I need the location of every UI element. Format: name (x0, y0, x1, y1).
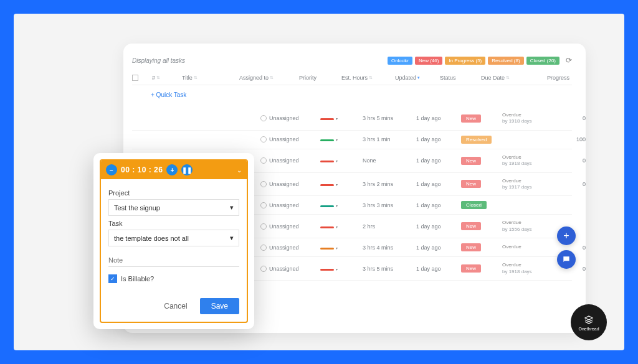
status-cell: New (461, 157, 498, 165)
timer-header: − 00 : 10 : 26 + ❚❚ ⌄ (101, 161, 247, 179)
assigned-cell: Unassigned (260, 266, 317, 272)
table-row[interactable]: Unassigned ▾ 3 hrs 1 min 1 day ago Resol… (132, 131, 572, 149)
user-icon (260, 266, 267, 272)
user-icon (260, 115, 267, 121)
assigned-cell: Unassigned (260, 157, 317, 164)
table-header: #⇅ Title⇅ Assigned to⇅ Priority Est. Hou… (132, 71, 572, 85)
assigned-cell: Unassigned (260, 223, 317, 230)
user-icon (260, 223, 267, 230)
assigned-cell: Unassigned (260, 181, 317, 187)
progress-cell: 0% (555, 245, 586, 251)
select-all-checkbox[interactable] (132, 75, 138, 81)
col-updated[interactable]: Updated▾ (395, 75, 436, 81)
progress-cell: 0% (555, 115, 586, 121)
updated-cell: 1 day ago (416, 223, 457, 230)
status-cell: New (461, 222, 498, 230)
updated-cell: 1 day ago (416, 136, 457, 142)
col-status[interactable]: Status (440, 75, 477, 81)
updated-cell: 1 day ago (416, 202, 457, 208)
status-cell: Resolved (461, 136, 498, 144)
assigned-cell: Unassigned (260, 115, 317, 121)
billable-checkbox[interactable]: ✓ Is Billable? (108, 274, 239, 283)
project-select[interactable]: Test the signup ▾ (108, 199, 239, 216)
check-icon: ✓ (108, 274, 117, 283)
due-cell: Overdueby 1917 days (502, 178, 551, 191)
pill-onlookr[interactable]: Onlookr (388, 57, 412, 65)
priority-cell: ▾ (320, 245, 359, 251)
col-due[interactable]: Due Date⇅ (481, 75, 530, 81)
due-cell: Overdueby 1918 days (502, 262, 551, 275)
est-cell: 3 hrs 1 min (363, 136, 412, 142)
priority-cell: ▾ (320, 266, 359, 272)
est-cell: 3 hrs 2 mins (363, 181, 412, 187)
fab-add[interactable]: + (557, 226, 576, 245)
updated-cell: 1 day ago (416, 266, 457, 272)
priority-cell: ▾ (320, 115, 359, 121)
save-button[interactable]: Save (200, 298, 239, 314)
user-icon (260, 136, 267, 142)
col-priority[interactable]: Priority (299, 75, 338, 81)
pill-inprogress[interactable]: In Progress (5) (445, 57, 485, 65)
col-title[interactable]: Title⇅ (182, 75, 236, 81)
time-tracker-popup: − 00 : 10 : 26 + ❚❚ ⌄ Project Test the s… (93, 153, 254, 329)
subtitle: Displaying all tasks (132, 57, 185, 64)
caret-down-icon: ▾ (230, 234, 234, 242)
progress-cell: 0% (555, 181, 586, 187)
table-row[interactable]: Unassigned ▾ 3 hrs 5 mins 1 day ago New … (132, 107, 572, 131)
est-cell: 3 hrs 3 mins (363, 202, 412, 208)
caret-down-icon: ▾ (230, 203, 234, 212)
due-cell: Overdueby 1556 days (502, 220, 551, 233)
updated-cell: 1 day ago (416, 157, 457, 164)
user-icon (260, 202, 267, 208)
timer-plus-icon[interactable]: + (166, 164, 178, 175)
assigned-cell: Unassigned (260, 136, 317, 142)
priority-cell: ▾ (320, 223, 359, 230)
quick-task-button[interactable]: + Quick Task (132, 85, 572, 107)
user-icon (260, 181, 267, 187)
cancel-button[interactable]: Cancel (156, 298, 194, 314)
due-cell: Overdue (502, 244, 551, 250)
pill-closed[interactable]: Closed (20) (526, 57, 559, 65)
est-cell: 3 hrs 4 mins (363, 245, 412, 251)
timer-display: 00 : 10 : 26 (121, 166, 163, 174)
status-cell: New (461, 264, 498, 273)
due-cell (502, 202, 551, 208)
brand-badge: Onethread (571, 304, 607, 340)
due-cell (502, 136, 551, 142)
assigned-cell: Unassigned (260, 245, 317, 251)
col-est[interactable]: Est. Hours⇅ (341, 75, 391, 81)
status-cell: New (461, 180, 498, 188)
progress-cell: 100% (555, 136, 586, 142)
col-number[interactable]: #⇅ (152, 75, 178, 81)
priority-cell: ▾ (320, 136, 359, 142)
est-cell: None (363, 157, 412, 164)
est-cell: 3 hrs 5 mins (363, 266, 412, 272)
status-cell: New (461, 114, 498, 123)
user-icon (260, 157, 267, 164)
refresh-icon[interactable]: ⟳ (566, 56, 572, 65)
est-cell: 2 hrs (363, 223, 412, 230)
user-icon (260, 245, 267, 251)
timer-pause-icon[interactable]: ❚❚ (181, 164, 193, 175)
due-cell: Overdueby 1918 days (502, 154, 551, 167)
project-label: Project (108, 189, 239, 197)
assigned-cell: Unassigned (260, 202, 317, 208)
progress-cell: 0% (555, 157, 586, 164)
pill-resolved[interactable]: Resolved (8) (488, 57, 523, 65)
chevron-down-icon[interactable]: ⌄ (237, 167, 242, 174)
note-input[interactable] (108, 254, 239, 267)
fab-chat[interactable] (557, 250, 576, 269)
status-filters: Onlookr New (46) In Progress (5) Resolve… (388, 56, 572, 65)
task-label: Task (108, 220, 239, 227)
priority-cell: ▾ (320, 181, 359, 187)
col-progress[interactable]: Progress (533, 75, 569, 81)
updated-cell: 1 day ago (416, 245, 457, 251)
timer-minus-icon[interactable]: − (106, 164, 117, 175)
pill-new[interactable]: New (46) (415, 57, 442, 65)
status-cell: Closed (461, 201, 498, 209)
priority-cell: ▾ (320, 157, 359, 164)
updated-cell: 1 day ago (416, 181, 457, 187)
task-select[interactable]: the template does not all ▾ (108, 230, 239, 246)
est-cell: 3 hrs 5 mins (363, 115, 412, 121)
col-assigned[interactable]: Assigned to⇅ (239, 75, 295, 81)
